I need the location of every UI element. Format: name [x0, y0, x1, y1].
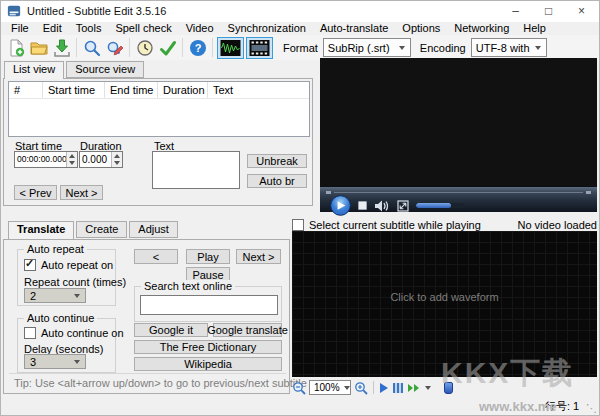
translate-page: Auto repeat Auto repeat on Repeat count …	[3, 239, 290, 394]
help-icon: ?	[189, 39, 207, 57]
search-icon	[83, 39, 101, 57]
list-view-tabstrip: List view Source view	[4, 61, 146, 79]
repeat-count-select[interactable]: 2	[24, 288, 86, 303]
delay-select[interactable]: 3	[24, 354, 86, 369]
video-play-button[interactable]	[330, 195, 351, 216]
menu-help[interactable]: Help	[516, 22, 553, 35]
no-video-loaded-text: No video loaded	[517, 219, 597, 231]
spin-down-icon[interactable]	[112, 160, 122, 168]
volume-icon[interactable]	[374, 200, 390, 212]
video-position-button[interactable]	[392, 382, 404, 394]
fullscreen-icon[interactable]	[397, 200, 409, 212]
duration-spinner[interactable]: 0.000	[79, 151, 123, 168]
back-button[interactable]: <	[134, 249, 178, 264]
column-header-duration[interactable]: Duration	[158, 82, 208, 98]
video-player	[320, 58, 597, 212]
menu-networking[interactable]: Networking	[447, 22, 516, 35]
prev-subtitle-button[interactable]: < Prev	[14, 185, 57, 200]
search-online-group-label: Search text online	[141, 280, 235, 292]
wikipedia-button[interactable]: Wikipedia	[134, 357, 282, 371]
zoom-in-button[interactable]	[354, 381, 368, 395]
open-file-button[interactable]	[27, 36, 50, 59]
video-toggle-button[interactable]	[246, 37, 273, 59]
chevron-down-icon	[74, 294, 80, 298]
toolbar-separator	[212, 38, 213, 57]
auto-repeat-checkbox[interactable]	[24, 259, 36, 271]
subtitle-text-input[interactable]	[152, 151, 240, 189]
video-position-icon	[392, 382, 404, 394]
start-time-spinner[interactable]: 00:00:00.000	[14, 151, 78, 168]
chevron-down-icon	[399, 46, 405, 50]
waveform-play-button[interactable]	[379, 382, 389, 394]
waveform-toggle-button[interactable]	[217, 37, 244, 59]
spell-check-button[interactable]	[156, 36, 179, 59]
auto-continue-group-label: Auto continue	[24, 312, 97, 324]
auto-repeat-group-label: Auto repeat	[24, 243, 87, 255]
menu-options[interactable]: Options	[395, 22, 447, 35]
volume-fill	[416, 203, 451, 208]
resize-grip[interactable]: ⋱	[586, 402, 597, 415]
visual-sync-button[interactable]	[133, 36, 156, 59]
spin-up-icon[interactable]	[67, 152, 77, 160]
encoding-select[interactable]: UTF-8 with BOM	[471, 38, 547, 57]
tab-create[interactable]: Create	[76, 221, 127, 238]
next-subtitle-button[interactable]: Next >	[60, 185, 103, 200]
tab-translate[interactable]: Translate	[8, 221, 74, 239]
auto-br-button[interactable]: Auto br	[247, 174, 307, 188]
column-header-text[interactable]: Text	[208, 82, 309, 98]
new-file-button[interactable]	[4, 36, 27, 59]
save-button[interactable]	[50, 36, 73, 59]
waveform-toolbar: 100%	[292, 379, 453, 396]
menu-video[interactable]: Video	[179, 22, 221, 35]
search-input[interactable]	[140, 295, 278, 315]
tab-adjust[interactable]: Adjust	[129, 221, 178, 238]
menu-auto-translate[interactable]: Auto-translate	[313, 22, 395, 35]
auto-continue-checkbox[interactable]	[24, 327, 36, 339]
column-header-start-time[interactable]: Start time	[43, 82, 105, 98]
google-translate-button[interactable]: Google translate	[213, 323, 282, 337]
format-select[interactable]: SubRip (.srt)	[323, 38, 411, 57]
menu-edit[interactable]: Edit	[36, 22, 69, 35]
zoom-out-button[interactable]	[292, 381, 306, 395]
open-folder-icon	[30, 39, 48, 57]
waveform-icon	[220, 40, 241, 56]
help-button[interactable]: ?	[186, 36, 209, 59]
zoom-in-icon	[354, 381, 368, 395]
encoding-label: Encoding	[420, 42, 466, 54]
menu-synchronization[interactable]: Synchronization	[221, 22, 313, 35]
menu-file[interactable]: File	[4, 22, 36, 35]
spinner-arrows	[111, 152, 122, 167]
column-header-number[interactable]: #	[9, 82, 43, 98]
video-stop-button[interactable]	[358, 201, 367, 210]
tab-list-view[interactable]: List view	[4, 61, 64, 79]
google-it-button[interactable]: Google it	[134, 323, 208, 337]
playback-speed-button[interactable]	[407, 383, 436, 393]
unbreak-button[interactable]: Unbreak	[247, 154, 307, 168]
column-header-end-time[interactable]: End time	[105, 82, 158, 98]
tab-source-view[interactable]: Source view	[66, 61, 144, 78]
video-screen[interactable]	[320, 58, 597, 186]
delay-value: 3	[30, 356, 36, 368]
main-toolbar: ? Format SubRip (.srt) Encoding UTF-8 wi…	[0, 35, 600, 60]
waveform-zoom-select[interactable]: 100%	[309, 380, 351, 395]
volume-slider[interactable]	[416, 203, 464, 208]
menu-spell-check[interactable]: Spell check	[108, 22, 178, 35]
subtitle-list: # Start time End time Duration Text	[8, 81, 310, 137]
replace-button[interactable]	[103, 36, 126, 59]
spin-down-icon[interactable]	[67, 160, 77, 168]
subtitle-list-body[interactable]	[9, 99, 309, 136]
find-button[interactable]	[80, 36, 103, 59]
play-button[interactable]: Play	[186, 249, 230, 264]
chevron-down-icon	[535, 46, 541, 50]
maximize-button[interactable]: □	[532, 0, 565, 22]
select-subtitle-checkbox[interactable]	[292, 219, 304, 231]
close-button[interactable]: ×	[565, 0, 598, 22]
auto-repeat-checkbox-label: Auto repeat on	[41, 259, 113, 271]
zoom-out-icon	[292, 381, 306, 395]
watermark-url: www.kkx.me	[479, 399, 557, 414]
spin-up-icon[interactable]	[112, 152, 122, 160]
next-button[interactable]: Next >	[236, 249, 281, 264]
menu-tools[interactable]: Tools	[69, 22, 109, 35]
minimize-button[interactable]: –	[499, 0, 532, 22]
free-dictionary-button[interactable]: The Free Dictionary	[134, 340, 282, 354]
